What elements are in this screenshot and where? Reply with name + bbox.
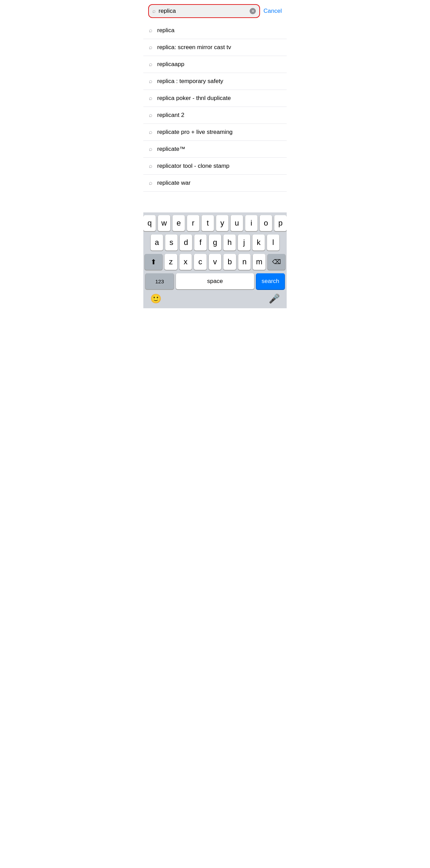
key-h[interactable]: h xyxy=(223,235,236,250)
keyboard-row-3: ⬆ z x c v b n m ⌫ xyxy=(145,254,285,270)
list-item[interactable]: ⌕ replica poker - thnl duplicate xyxy=(143,90,287,107)
key-g[interactable]: g xyxy=(209,235,221,250)
keyboard: q w e r t y u i o p a s d f g h j k l ⬆ … xyxy=(143,212,287,308)
key-a[interactable]: a xyxy=(151,235,163,250)
clear-button[interactable]: ✕ xyxy=(250,8,256,14)
suggestion-text: replica xyxy=(157,27,174,34)
key-f[interactable]: f xyxy=(194,235,207,250)
key-j[interactable]: j xyxy=(238,235,250,250)
keyboard-bottom-row: 123 space search xyxy=(145,273,285,289)
key-r[interactable]: r xyxy=(187,215,199,231)
key-b[interactable]: b xyxy=(223,254,236,270)
key-o[interactable]: o xyxy=(260,215,272,231)
search-icon: ⌕ xyxy=(149,27,152,34)
key-s[interactable]: s xyxy=(165,235,178,250)
delete-key[interactable]: ⌫ xyxy=(268,254,285,270)
key-l[interactable]: l xyxy=(267,235,279,250)
suggestion-text: replica : temporary safety xyxy=(157,78,223,85)
search-icon: ⌕ xyxy=(152,8,156,14)
key-t[interactable]: t xyxy=(201,215,214,231)
emoji-button[interactable]: 🙂 xyxy=(150,293,161,304)
search-icon: ⌕ xyxy=(149,129,152,136)
search-icon: ⌕ xyxy=(149,112,152,119)
key-p[interactable]: p xyxy=(274,215,287,231)
key-q[interactable]: q xyxy=(143,215,156,231)
suggestion-text: replica: screen mirror cast tv xyxy=(157,44,231,51)
key-e[interactable]: e xyxy=(172,215,185,231)
search-input[interactable] xyxy=(159,8,247,15)
search-icon: ⌕ xyxy=(149,95,152,102)
numbers-key[interactable]: 123 xyxy=(145,273,174,289)
key-z[interactable]: z xyxy=(164,254,177,270)
keyboard-row-2: a s d f g h j k l xyxy=(145,235,285,250)
spacer xyxy=(143,192,287,212)
list-item[interactable]: ⌕ replicate™ xyxy=(143,141,287,158)
key-w[interactable]: w xyxy=(158,215,170,231)
key-y[interactable]: y xyxy=(216,215,229,231)
key-n[interactable]: n xyxy=(238,254,251,270)
key-c[interactable]: c xyxy=(194,254,207,270)
search-key[interactable]: search xyxy=(256,273,285,289)
shift-icon: ⬆ xyxy=(151,258,156,266)
microphone-button[interactable]: 🎤 xyxy=(269,293,280,304)
keyboard-row-1: q w e r t y u i o p xyxy=(145,215,285,231)
suggestion-text: replicant 2 xyxy=(157,112,184,119)
suggestion-text: replicaapp xyxy=(157,61,184,68)
key-m[interactable]: m xyxy=(253,254,266,270)
delete-icon: ⌫ xyxy=(272,258,281,266)
list-item[interactable]: ⌕ replicate war xyxy=(143,175,287,192)
list-item[interactable]: ⌕ replicator tool - clone stamp xyxy=(143,158,287,175)
suggestion-text: replicate pro + live streaming xyxy=(157,129,233,136)
search-icon: ⌕ xyxy=(149,180,152,186)
search-icon: ⌕ xyxy=(149,61,152,68)
key-d[interactable]: d xyxy=(180,235,192,250)
key-v[interactable]: v xyxy=(209,254,222,270)
key-i[interactable]: i xyxy=(245,215,258,231)
list-item[interactable]: ⌕ replica xyxy=(143,22,287,39)
list-item[interactable]: ⌕ replicant 2 xyxy=(143,107,287,124)
suggestion-text: replicate™ xyxy=(157,146,185,153)
list-item[interactable]: ⌕ replicate pro + live streaming xyxy=(143,124,287,141)
key-u[interactable]: u xyxy=(231,215,243,231)
cancel-button[interactable]: Cancel xyxy=(263,8,282,15)
search-icon: ⌕ xyxy=(149,78,152,85)
list-item[interactable]: ⌕ replica : temporary safety xyxy=(143,73,287,90)
suggestion-text: replicate war xyxy=(157,180,190,186)
search-bar-container: ⌕ ✕ xyxy=(148,4,260,18)
shift-key[interactable]: ⬆ xyxy=(145,254,162,270)
search-icon: ⌕ xyxy=(149,44,152,51)
list-item[interactable]: ⌕ replica: screen mirror cast tv xyxy=(143,39,287,56)
key-x[interactable]: x xyxy=(179,254,192,270)
space-key[interactable]: space xyxy=(176,273,254,289)
key-k[interactable]: k xyxy=(252,235,265,250)
keyboard-emoji-row: 🙂 🎤 xyxy=(145,291,285,307)
suggestion-list: ⌕ replica ⌕ replica: screen mirror cast … xyxy=(143,22,287,192)
search-icon: ⌕ xyxy=(149,146,152,153)
search-icon: ⌕ xyxy=(149,163,152,170)
list-item[interactable]: ⌕ replicaapp xyxy=(143,56,287,73)
search-header: ⌕ ✕ Cancel xyxy=(143,0,287,22)
suggestion-text: replica poker - thnl duplicate xyxy=(157,95,231,102)
suggestion-text: replicator tool - clone stamp xyxy=(157,163,230,170)
